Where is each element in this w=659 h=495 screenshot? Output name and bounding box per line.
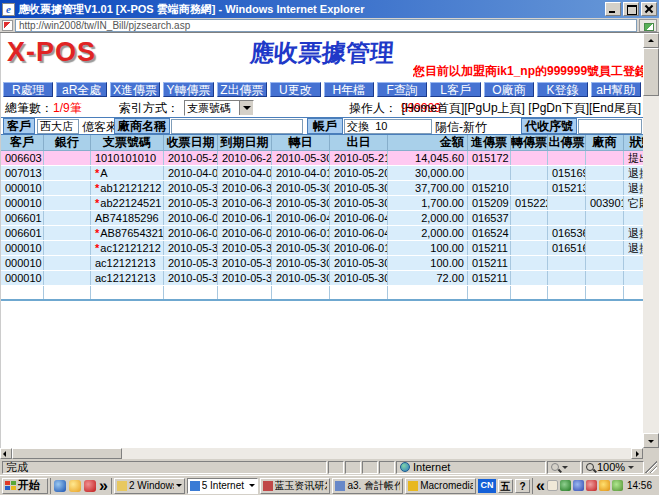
taskbar-button[interactable]: 2 Windows E... <box>114 478 185 494</box>
menu-button[interactable]: Z出傳票 <box>217 82 267 97</box>
protected-mode-pane[interactable] <box>547 461 581 474</box>
column-header[interactable]: 狀態 <box>624 135 643 150</box>
customer-name-text: 億客來 <box>82 119 118 135</box>
table-cell: 015209 <box>468 196 511 210</box>
table-cell: 37,700.00 <box>388 181 468 195</box>
column-header[interactable]: 轉傳票 <box>511 135 548 150</box>
table-cell <box>586 151 624 165</box>
column-header[interactable]: 銀行 <box>44 135 91 150</box>
table-cell: 016536 <box>548 226 586 240</box>
info-row: 總筆數： 1/9筆 索引方式： 支票號碼 操作人： 999999 [Home首頁… <box>1 100 643 117</box>
horizontal-scrollbar[interactable] <box>0 448 643 459</box>
menu-button[interactable]: R處理 <box>3 82 53 97</box>
resize-grip[interactable] <box>645 461 657 473</box>
ime-help-button[interactable]: ? <box>515 479 530 493</box>
table-cell <box>586 256 624 270</box>
table-row[interactable]: 000010ac121212132010-05-302010-05-312010… <box>1 271 643 286</box>
table-row[interactable]: 000010*ac121212122010-05-302010-05-31201… <box>1 241 643 256</box>
horizontal-scroll-thumb[interactable] <box>12 448 122 459</box>
paging-keys[interactable]: [Home首頁][PgUp上頁] [PgDn下頁][End尾頁] <box>402 100 641 116</box>
column-header[interactable]: 廠商 <box>586 135 624 150</box>
table-cell: 2010-05-30 <box>164 256 218 270</box>
taskbar-button[interactable]: Macromedia F... <box>405 478 476 494</box>
table-row[interactable] <box>1 286 643 301</box>
column-header[interactable]: 出日 <box>330 135 388 150</box>
table-cell: 016516 <box>548 241 586 255</box>
menu-button[interactable]: U更改 <box>270 82 320 97</box>
close-button[interactable] <box>641 2 657 16</box>
table-row[interactable]: 000010*ab221245212010-05-302010-06-30201… <box>1 196 643 211</box>
vendor-name-input[interactable] <box>171 119 303 134</box>
menu-button[interactable]: O廠商 <box>484 82 534 97</box>
tray-icon[interactable] <box>560 480 571 491</box>
taskbar-button[interactable]: a3. 會計帳作... <box>332 478 403 494</box>
menu-button[interactable]: aH幫助 <box>591 82 641 97</box>
table-row[interactable]: 006601*AB876543212010-06-012010-06-01201… <box>1 226 643 241</box>
table-cell: 2010-05-21 <box>164 151 218 165</box>
maximize-button[interactable] <box>623 2 639 16</box>
collect-seq-input[interactable] <box>578 119 642 134</box>
tray-icon[interactable] <box>573 480 584 491</box>
taskbar-button[interactable]: 5 Internet ... <box>187 478 258 494</box>
table-row[interactable]: 000010*ab121212122010-05-302010-06-30201… <box>1 181 643 196</box>
zoom-control[interactable]: 100% <box>582 461 644 474</box>
table-cell <box>511 211 548 225</box>
taskbar-button[interactable]: 蓝玉资讯研发... <box>260 478 331 494</box>
index-mode-select[interactable]: 支票號碼 <box>184 100 254 116</box>
tray-icon[interactable] <box>547 480 558 491</box>
tray-icon[interactable] <box>599 480 610 491</box>
vertical-scrollbar[interactable] <box>643 33 659 448</box>
scroll-right-icon[interactable] <box>631 448 643 459</box>
table-cell: 2010-05-30 <box>164 241 218 255</box>
menu-bar: R處理aR全處X進傳票Y轉傳票Z出傳票U更改H年檔F查詢L客戶O廠商K登錄aH幫… <box>1 81 643 100</box>
status-text: 完成 <box>2 461 327 474</box>
column-header[interactable]: 支票號碼 <box>91 135 164 150</box>
quicklaunch-more-chevron[interactable]: » <box>99 477 108 495</box>
quicklaunch-icon-2[interactable] <box>69 480 81 492</box>
column-header[interactable]: 進傳票 <box>468 135 511 150</box>
table-cell <box>586 241 624 255</box>
menu-button[interactable]: X進傳票 <box>110 82 160 97</box>
modified-star-icon: * <box>95 182 99 194</box>
column-header[interactable]: 收票日期 <box>164 135 218 150</box>
quicklaunch-icon-3[interactable] <box>84 480 96 492</box>
table-row[interactable]: 00660310101010102010-05-212010-06-212010… <box>1 151 643 166</box>
vertical-scroll-thumb[interactable] <box>643 48 659 96</box>
customer-input[interactable]: 西大店 <box>37 119 79 134</box>
account-label: 帳戶 <box>307 118 343 134</box>
table-cell: *ab12121212 <box>91 181 164 195</box>
tray-chevron[interactable]: « <box>536 477 545 495</box>
scroll-down-icon[interactable] <box>643 433 659 448</box>
tray-icon[interactable] <box>586 480 597 491</box>
menu-button[interactable]: F查詢 <box>377 82 427 97</box>
url-input[interactable]: http://win2008/tw/IN_Bill/pjzsearch.asp <box>15 19 637 32</box>
table-cell <box>548 286 586 299</box>
menu-button[interactable]: aR全處 <box>56 82 106 97</box>
account-input[interactable]: 交換 10 <box>344 119 432 134</box>
scroll-left-icon[interactable] <box>0 448 12 459</box>
scroll-up-icon[interactable] <box>643 33 659 48</box>
column-header[interactable]: 客戶 <box>1 135 44 150</box>
ime-indicator[interactable]: 五 <box>498 479 513 493</box>
minimize-button[interactable] <box>605 2 621 16</box>
column-header[interactable]: 轉日 <box>272 135 330 150</box>
column-header[interactable]: 金額 <box>388 135 468 150</box>
menu-button[interactable]: H年檔 <box>324 82 374 97</box>
language-indicator[interactable]: CN <box>478 479 496 493</box>
menu-button[interactable]: L客戶 <box>430 82 480 97</box>
table-row[interactable]: 000010ac121212132010-05-302010-05-312010… <box>1 256 643 271</box>
column-header[interactable]: 到期日期 <box>218 135 272 150</box>
column-header[interactable]: 出傳票 <box>548 135 586 150</box>
tray-icon[interactable] <box>612 480 623 491</box>
app-icon <box>408 481 418 491</box>
table-row[interactable]: 006601AB741852962010-06-042010-06-152010… <box>1 211 643 226</box>
table-row[interactable]: 007013*A2010-04-012010-04-012010-04-0120… <box>1 166 643 181</box>
quicklaunch-icon-1[interactable] <box>54 480 66 492</box>
customer-label: 客戶 <box>3 118 35 134</box>
start-button[interactable]: 开始 <box>2 478 48 494</box>
go-button[interactable] <box>639 19 657 32</box>
ie-icon: e <box>2 3 15 16</box>
chevron-down-icon[interactable] <box>239 101 253 115</box>
menu-button[interactable]: Y轉傳票 <box>163 82 213 97</box>
menu-button[interactable]: K登錄 <box>537 82 587 97</box>
